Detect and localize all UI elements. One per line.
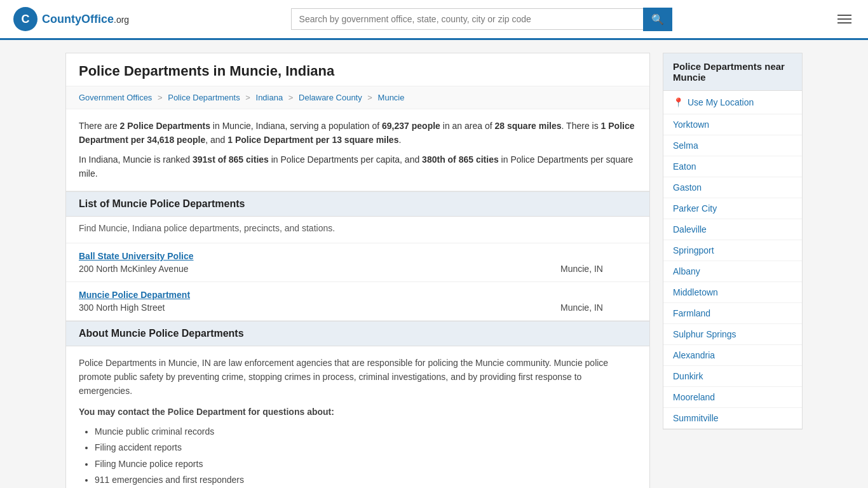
breadcrumb-link-police[interactable]: Police Departments [168, 93, 240, 102]
list-item-3: Filing Muncie police reports [95, 456, 637, 472]
sidebar-city-link-4[interactable]: Parker City [673, 203, 717, 214]
sidebar-link-item: Middletown [663, 282, 802, 303]
sidebar-link-item: Mooreland [663, 387, 802, 408]
sidebar-link-item: Farmland [663, 303, 802, 324]
location-pin-icon: 📍 [673, 97, 684, 107]
about-section-header: About Muncie Police Departments [66, 321, 649, 346]
list-section-desc: Find Muncie, Indiana police departments,… [66, 217, 649, 243]
dept-location-1: Muncie, IN [560, 264, 637, 274]
logo-text: CountyOffice.org [42, 13, 129, 26]
use-location[interactable]: 📍 Use My Location [663, 91, 802, 114]
sidebar-link-item: Summitville [663, 408, 802, 429]
sidebar-city-link-6[interactable]: Springport [673, 245, 714, 255]
sidebar-link-item: Springport [663, 240, 802, 261]
breadcrumb-link-muncie[interactable]: Muncie [378, 93, 405, 102]
sidebar-title: Police Departments near Muncie [663, 53, 802, 91]
sidebar-link-item: Daleville [663, 219, 802, 240]
sidebar-link-item: Albany [663, 261, 802, 282]
dept-address-2: 300 North High Street [79, 302, 560, 313]
contact-list: Muncie public criminal records Filing ac… [95, 424, 637, 488]
sidebar-nearby-list: YorktownSelmaEatonGastonParker CityDalev… [663, 114, 802, 429]
breadcrumb-link-delaware[interactable]: Delaware County [299, 93, 362, 102]
sidebar-city-link-3[interactable]: Gaston [673, 182, 702, 193]
sidebar-city-link-11[interactable]: Alexandria [673, 350, 715, 360]
dept-name-2[interactable]: Muncie Police Department [79, 290, 637, 300]
sidebar-link-item: Gaston [663, 177, 802, 198]
about-section: Police Departments in Muncie, IN are law… [66, 346, 649, 488]
sidebar-city-link-5[interactable]: Daleville [673, 224, 707, 234]
list-item-1: Muncie public criminal records [95, 424, 637, 440]
use-location-link[interactable]: Use My Location [688, 97, 754, 107]
sidebar: Police Departments near Muncie 📍 Use My … [663, 53, 803, 488]
menu-icon-3 [837, 22, 851, 24]
sidebar-link-item: Sulphur Springs [663, 324, 802, 345]
menu-icon [837, 15, 851, 16]
sidebar-link-item: Yorktown [663, 114, 802, 135]
sidebar-link-item: Alexandria [663, 345, 802, 366]
search-input[interactable] [291, 8, 643, 30]
contact-label: You may contact the Police Department fo… [79, 405, 637, 419]
sidebar-link-item: Selma [663, 135, 802, 156]
dept-entry-2: Muncie Police Department 300 North High … [66, 282, 649, 321]
sidebar-city-link-14[interactable]: Summitville [673, 413, 719, 423]
search-button[interactable]: 🔍 [643, 8, 672, 31]
breadcrumb-link-gov[interactable]: Government Offices [79, 93, 152, 102]
dept-entry-1: Ball State University Police 200 North M… [66, 243, 649, 282]
dept-name-1[interactable]: Ball State University Police [79, 251, 637, 261]
sidebar-city-link-8[interactable]: Middletown [673, 287, 718, 297]
list-section-header: List of Muncie Police Departments [66, 191, 649, 217]
page-title: Police Departments in Muncie, Indiana [66, 53, 649, 86]
dept-location-2: Muncie, IN [560, 302, 637, 313]
dept-link-2[interactable]: Muncie Police Department [79, 290, 190, 300]
list-item-4: 911 emergencies and first responders [95, 472, 637, 488]
sidebar-city-link-2[interactable]: Eaton [673, 161, 696, 172]
sidebar-link-item: Parker City [663, 198, 802, 219]
about-desc: Police Departments in Muncie, IN are law… [79, 356, 637, 398]
search-icon: 🔍 [651, 14, 664, 25]
dept-address-1: 200 North McKinley Avenue [79, 264, 560, 274]
sidebar-city-link-9[interactable]: Farmland [673, 308, 710, 318]
breadcrumb-link-indiana[interactable]: Indiana [256, 93, 283, 102]
breadcrumb: Government Offices > Police Departments … [66, 86, 649, 109]
sidebar-city-link-0[interactable]: Yorktown [673, 119, 709, 130]
menu-icon-2 [837, 18, 851, 20]
list-item-2: Filing accident reports [95, 440, 637, 456]
svg-text:C: C [22, 13, 30, 25]
summary-section: There are 2 Police Departments in Muncie… [66, 109, 649, 191]
logo-icon: C [13, 6, 38, 32]
sidebar-city-link-12[interactable]: Dunkirk [673, 371, 703, 381]
sidebar-city-link-10[interactable]: Sulphur Springs [673, 329, 736, 339]
menu-button[interactable] [834, 11, 855, 27]
dept-link-1[interactable]: Ball State University Police [79, 251, 194, 261]
logo[interactable]: C CountyOffice.org [13, 6, 129, 32]
sidebar-city-link-7[interactable]: Albany [673, 266, 700, 276]
sidebar-link-item: Eaton [663, 156, 802, 177]
sidebar-city-link-1[interactable]: Selma [673, 140, 698, 151]
sidebar-link-item: Dunkirk [663, 366, 802, 387]
sidebar-city-link-13[interactable]: Mooreland [673, 392, 715, 402]
